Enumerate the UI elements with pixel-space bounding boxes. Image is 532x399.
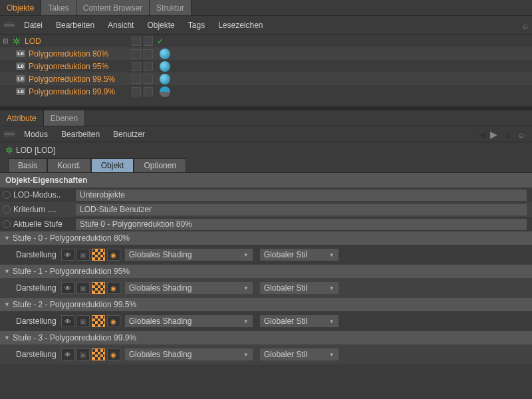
visibility-icon[interactable] bbox=[61, 348, 74, 360]
cube-icon[interactable]: ▣ bbox=[76, 348, 90, 360]
menu-bearbeiten[interactable]: Bearbeiten bbox=[49, 18, 101, 33]
search-icon[interactable]: ⌕ bbox=[523, 20, 528, 31]
visibility-toggle[interactable] bbox=[132, 74, 141, 84]
expand-icon[interactable]: ⊟ bbox=[3, 37, 11, 45]
tree-row[interactable]: L0 Polygonreduktion 80% bbox=[0, 47, 532, 60]
texture-icon[interactable] bbox=[92, 348, 105, 360]
visibility-toggle[interactable] bbox=[132, 62, 141, 71]
object-tree: ⊟ ✲ LOD ✓ L0 Polygonreduktion 80% L0 Pol… bbox=[0, 35, 532, 106]
menu-ansicht[interactable]: Ansicht bbox=[101, 18, 140, 33]
stufe-header[interactable]: ▼Stufe - 3 - Polygonreduktion 99.9% bbox=[0, 331, 532, 344]
menu-datei[interactable]: Datei bbox=[17, 18, 49, 33]
bulb-icon[interactable]: ◉ bbox=[107, 282, 120, 294]
prop-kriterium: Kriterium .... LOD-Stufe Benutzer bbox=[0, 202, 532, 217]
cube-icon[interactable]: ▣ bbox=[76, 282, 90, 294]
material-sphere-icon[interactable] bbox=[160, 86, 170, 97]
bulb-icon[interactable]: ◉ bbox=[107, 315, 120, 327]
visibility-icon[interactable] bbox=[61, 315, 74, 327]
leaf-icon: ✲ bbox=[11, 36, 23, 47]
subtab-koord[interactable]: Koord. bbox=[47, 158, 90, 172]
chevron-down-icon: ▼ bbox=[243, 285, 249, 291]
material-sphere-icon[interactable] bbox=[160, 74, 170, 84]
search-icon[interactable]: ⌕ bbox=[519, 129, 524, 140]
stufe-group-1: ▼Stufe - 1 - Polygonreduktion 95% Darste… bbox=[0, 265, 532, 298]
material-sphere-icon[interactable] bbox=[160, 49, 170, 59]
stil-dropdown[interactable]: Globaler Stil▼ bbox=[260, 249, 338, 261]
section-header: Objekt-Eigenschaften bbox=[0, 173, 532, 188]
attribute-menu-bar: Modus Bearbeiten Benutzer ◀ ▶ ▲ ⌕ bbox=[0, 126, 532, 142]
tree-row[interactable]: L0 Polygonreduktion 99.5% bbox=[0, 72, 532, 85]
nav-up-icon[interactable]: ▲ bbox=[503, 129, 512, 140]
lod-icon: L0 bbox=[15, 74, 27, 84]
render-toggle[interactable] bbox=[144, 37, 153, 46]
tab-attribute[interactable]: Attribute bbox=[0, 110, 44, 126]
visibility-toggle[interactable] bbox=[132, 37, 141, 46]
cube-icon[interactable]: ▣ bbox=[76, 249, 90, 261]
visibility-icon[interactable] bbox=[61, 282, 74, 294]
stil-dropdown[interactable]: Globaler Stil▼ bbox=[260, 282, 338, 294]
menu-benutzer[interactable]: Benutzer bbox=[106, 127, 152, 142]
subtab-basis[interactable]: Basis bbox=[8, 158, 47, 172]
visibility-icon[interactable] bbox=[61, 249, 74, 261]
shading-dropdown[interactable]: Globales Shading▼ bbox=[125, 348, 253, 360]
stufe-title: Stufe - 1 - Polygonreduktion 95% bbox=[13, 267, 130, 276]
keyframe-dot[interactable] bbox=[3, 191, 11, 199]
menu-modus[interactable]: Modus bbox=[17, 127, 55, 142]
texture-icon[interactable] bbox=[92, 315, 105, 327]
menu-objekte[interactable]: Objekte bbox=[140, 18, 181, 33]
prop-label: Aktuelle Stufe bbox=[13, 219, 76, 229]
stufe-header[interactable]: ▼Stufe - 0 - Polygonreduktion 80% bbox=[0, 231, 532, 245]
bulb-icon[interactable]: ◉ bbox=[107, 348, 120, 360]
chevron-down-icon: ▼ bbox=[243, 252, 249, 258]
lod-icon: L0 bbox=[15, 49, 27, 59]
stufe-header[interactable]: ▼Stufe - 2 - Polygonreduktion 99.5% bbox=[0, 298, 532, 311]
texture-icon[interactable] bbox=[92, 249, 105, 261]
keyframe-dot[interactable] bbox=[3, 205, 11, 213]
subtab-objekt[interactable]: Objekt bbox=[91, 158, 134, 172]
stufe-header[interactable]: ▼Stufe - 1 - Polygonreduktion 95% bbox=[0, 265, 532, 278]
material-sphere-icon[interactable] bbox=[160, 61, 170, 72]
nav-forward-icon[interactable]: ▶ bbox=[490, 129, 497, 140]
render-toggle[interactable] bbox=[144, 62, 153, 71]
tab-content-browser[interactable]: Content Browser bbox=[76, 0, 150, 15]
tab-objekte[interactable]: Objekte bbox=[0, 0, 41, 15]
darstellung-row: Darstellung ▣ ◉ Globales Shading▼ Global… bbox=[0, 278, 532, 298]
stufe-group-2: ▼Stufe - 2 - Polygonreduktion 99.5% Dars… bbox=[0, 298, 532, 331]
render-toggle[interactable] bbox=[144, 87, 153, 96]
cube-icon[interactable]: ▣ bbox=[76, 315, 90, 327]
stil-dropdown[interactable]: Globaler Stil▼ bbox=[260, 315, 338, 327]
chevron-down-icon: ▼ bbox=[329, 285, 334, 291]
render-toggle[interactable] bbox=[144, 74, 153, 84]
tab-ebenen[interactable]: Ebenen bbox=[44, 110, 85, 126]
chevron-down-icon: ▼ bbox=[329, 252, 334, 258]
tree-row-root[interactable]: ⊟ ✲ LOD ✓ bbox=[0, 35, 532, 47]
texture-icon[interactable] bbox=[92, 282, 105, 294]
drag-handle-icon[interactable] bbox=[4, 23, 15, 27]
keyframe-dot[interactable] bbox=[3, 220, 11, 228]
subtab-optionen[interactable]: Optionen bbox=[134, 158, 186, 172]
menu-tags[interactable]: Tags bbox=[182, 18, 211, 33]
prop-value-dropdown[interactable]: LOD-Stufe Benutzer bbox=[76, 204, 527, 215]
shading-dropdown[interactable]: Globales Shading▼ bbox=[125, 249, 253, 261]
drag-handle-icon[interactable] bbox=[4, 132, 15, 136]
tree-row[interactable]: L0 Polygonreduktion 95% bbox=[0, 60, 532, 72]
darstellung-label: Darstellung bbox=[16, 317, 57, 326]
tab-struktur[interactable]: Struktur bbox=[150, 0, 192, 15]
render-toggle[interactable] bbox=[144, 49, 153, 59]
menu-lesezeichen[interactable]: Lesezeichen bbox=[211, 18, 269, 33]
menu-bearbeiten[interactable]: Bearbeiten bbox=[55, 127, 106, 142]
stufe-group-3: ▼Stufe - 3 - Polygonreduktion 99.9% Dars… bbox=[0, 331, 532, 364]
shading-dropdown[interactable]: Globales Shading▼ bbox=[125, 282, 253, 294]
shading-dropdown[interactable]: Globales Shading▼ bbox=[125, 315, 253, 327]
prop-value-dropdown[interactable]: Stufe 0 - Polygonreduktion 80% bbox=[76, 219, 527, 230]
prop-value-dropdown[interactable]: Unterobjekte bbox=[76, 190, 527, 201]
tree-row[interactable]: L0 Polygonreduktion 99.9% bbox=[0, 85, 532, 98]
tab-takes[interactable]: Takes bbox=[41, 0, 76, 15]
subtab-row: Basis Koord. Objekt Optionen bbox=[0, 158, 532, 173]
stil-dropdown[interactable]: Globaler Stil▼ bbox=[260, 348, 338, 360]
chevron-down-icon: ▼ bbox=[243, 352, 249, 358]
bulb-icon[interactable]: ◉ bbox=[107, 249, 120, 261]
visibility-toggle[interactable] bbox=[132, 87, 141, 96]
visibility-toggle[interactable] bbox=[132, 49, 141, 59]
nav-back-icon[interactable]: ◀ bbox=[479, 129, 486, 140]
